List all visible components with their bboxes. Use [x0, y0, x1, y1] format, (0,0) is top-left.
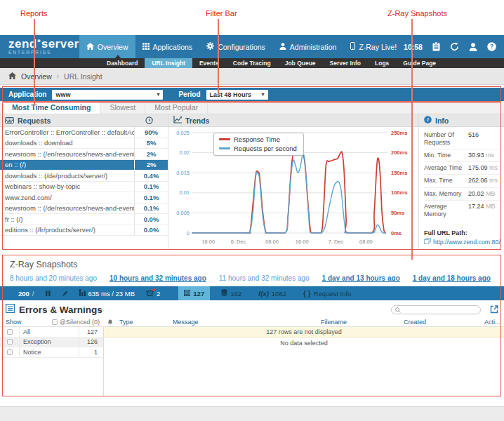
- svg-text:08:00: 08:00: [265, 239, 279, 245]
- phone-icon: [350, 42, 355, 51]
- breadcrumb-overview[interactable]: Overview: [21, 72, 52, 81]
- column-created[interactable]: Created: [404, 319, 484, 326]
- subnav-item-url-insight[interactable]: URL Insight: [145, 58, 192, 68]
- chevron-down-icon: ▾: [157, 91, 159, 98]
- show-column-group: Show @Silenced (0): [0, 319, 104, 326]
- snapshot-link[interactable]: 11 hours and 32 minutes ago: [219, 274, 310, 282]
- annotation-label-zray-snapshots: Z-Ray Snapshots: [387, 9, 447, 18]
- zray-tab-functions[interactable]: f(x) 1082: [253, 286, 292, 300]
- filter-checkbox[interactable]: [7, 329, 13, 335]
- nav-item-administration[interactable]: Administration: [272, 35, 344, 58]
- request-row[interactable]: www.zend.com/0.1%: [0, 192, 168, 203]
- database-icon: [221, 289, 227, 298]
- full-url-block: Full URL Path: http://www.zend.com:80/: [419, 229, 504, 250]
- full-url-label: Full URL Path:: [424, 229, 499, 236]
- svg-text:0.01: 0.01: [179, 189, 190, 196]
- user-icon[interactable]: [469, 43, 477, 51]
- status-code: 200/: [0, 286, 40, 300]
- breadcrumb-home-icon[interactable]: [8, 72, 16, 81]
- request-row-selected[interactable]: en :: (/)2%: [0, 160, 168, 171]
- subnav-item-events[interactable]: Events: [192, 58, 226, 68]
- legend-swatch-red: [219, 138, 230, 140]
- column-filename[interactable]: Filename: [321, 319, 404, 326]
- nav-item-overview[interactable]: Overview: [79, 35, 135, 58]
- rows-not-displayed-banner: 127 rows are not displayed: [104, 327, 504, 338]
- footer-area: [0, 406, 504, 421]
- zray-tab-request-info[interactable]: { } Request Info: [298, 286, 357, 300]
- column-actions[interactable]: Acti...: [484, 319, 504, 326]
- info-row-avg-time: Average Time175.09 ms: [424, 162, 499, 175]
- pencil-button[interactable]: [56, 286, 74, 300]
- list-icon: [184, 290, 190, 298]
- filter-row-all[interactable]: All127: [0, 327, 103, 338]
- no-data-message: No data selected: [104, 338, 504, 348]
- breadcrumb: Overview › URL Insight: [0, 68, 504, 85]
- subnav-item-dashboard[interactable]: Dashboard: [100, 58, 145, 68]
- period-select[interactable]: Last 48 Hours ▾: [206, 90, 268, 100]
- request-row[interactable]: newsroom :: (/en/resources/news-and-even…: [0, 149, 168, 160]
- request-row[interactable]: ErrorController :: ErrorController :: de…: [0, 127, 168, 138]
- zray-snapshots-section: Z-Ray Snapshots 8 hours and 20 minutes a…: [0, 255, 504, 286]
- performance-stats[interactable]: 635 ms / 23 MB: [74, 286, 141, 300]
- filter-row-notice[interactable]: Notice1: [0, 347, 103, 358]
- annotation-label-filter-bar: Filter Bar: [206, 9, 237, 18]
- info-row-max-time: Max. Time262.06 ms: [424, 175, 499, 187]
- subnav-item-server-info[interactable]: Server Info: [323, 58, 368, 68]
- svg-text:16:00: 16:00: [201, 239, 215, 245]
- curly-braces-icon: { }: [303, 290, 311, 298]
- alerts-item[interactable]: 2: [140, 286, 166, 300]
- filter-checkbox[interactable]: [7, 339, 13, 345]
- tab-most-popular[interactable]: Most Popular: [145, 101, 208, 114]
- zray-toolbar: 200/ 635 ms / 23 MB 2 127 162 f(x) 1082 …: [0, 286, 504, 300]
- help-icon[interactable]: ?: [487, 42, 496, 51]
- filter-checkbox[interactable]: [7, 349, 13, 355]
- nav-item-zray-live[interactable]: Z-Ray Live!: [343, 35, 404, 58]
- requests-panel: Requests ErrorController :: ErrorControl…: [0, 114, 168, 250]
- tasks-clipboard-icon[interactable]: [432, 42, 440, 51]
- snapshot-link[interactable]: 8 hours and 20 minutes ago: [10, 274, 97, 282]
- zray-tab-errors[interactable]: 127: [178, 286, 210, 300]
- snapshot-link[interactable]: 1 day and 18 hours ago: [413, 274, 491, 282]
- snapshot-link[interactable]: 1 day and 13 hours ago: [322, 274, 400, 282]
- fx-icon: f(x): [258, 290, 269, 298]
- svg-text:?: ?: [490, 43, 493, 50]
- zray-snapshot-links: 8 hours and 20 minutes ago 10 hours and …: [0, 269, 504, 282]
- zray-tab-database[interactable]: 162: [215, 286, 247, 300]
- subnav-item-logs[interactable]: Logs: [368, 58, 396, 68]
- pause-button[interactable]: [40, 286, 56, 300]
- request-row[interactable]: webinars :: show-by-topic0.1%: [0, 182, 168, 193]
- full-url-link[interactable]: http://www.zend.com:80/: [424, 238, 499, 246]
- snapshot-link[interactable]: 10 hours and 32 minutes ago: [110, 274, 206, 282]
- column-type[interactable]: Type: [117, 319, 173, 326]
- svg-text:0.025: 0.025: [176, 130, 190, 136]
- svg-text:200ms: 200ms: [391, 149, 407, 156]
- brand-name: zend●server: [8, 38, 79, 50]
- nav-item-applications[interactable]: Applications: [135, 35, 200, 58]
- brand-logo[interactable]: zend●server ENTERPRISE: [0, 35, 79, 58]
- subnav-item-code-tracing[interactable]: Code Tracing: [226, 58, 278, 68]
- svg-text:08:00: 08:00: [359, 239, 373, 245]
- info-row-avg-memory: Average Memory17.24 MB: [424, 201, 499, 220]
- info-icon: i: [424, 116, 432, 125]
- subnav-item-job-queue[interactable]: Job Queue: [278, 58, 323, 68]
- request-row[interactable]: newsroom :: (/de/resources/news-and-even…: [0, 203, 168, 215]
- request-row[interactable]: editions :: (/fr/products/server/)0.0%: [0, 225, 168, 236]
- nav-item-configurations[interactable]: Configurations: [199, 35, 272, 58]
- subnav-item-guide-page[interactable]: Guide Page: [396, 58, 443, 68]
- refresh-icon[interactable]: [450, 42, 459, 51]
- application-select[interactable]: www ▾: [52, 90, 163, 100]
- errors-table-columns: Show @Silenced (0) Type Message Filename…: [0, 317, 504, 327]
- subnav-caret: [115, 55, 121, 58]
- filter-row-exception[interactable]: Exception126: [0, 338, 103, 348]
- tab-slowest[interactable]: Slowest: [100, 101, 145, 114]
- request-row[interactable]: downloads :: download5%: [0, 138, 168, 149]
- silenced-filter[interactable]: @Silenced (0): [52, 319, 104, 326]
- request-row[interactable]: downloads :: (/de/products/server/)0.4%: [0, 171, 168, 182]
- tab-most-time-consuming[interactable]: Most Time Consuming: [3, 101, 100, 114]
- search-input[interactable]: [391, 305, 481, 314]
- svg-text:250ms: 250ms: [391, 130, 407, 136]
- export-icon[interactable]: [490, 305, 498, 314]
- request-row[interactable]: fr :: (/)0.0%: [0, 214, 168, 225]
- silenced-checkbox[interactable]: [52, 319, 58, 325]
- column-message[interactable]: Message: [173, 319, 321, 326]
